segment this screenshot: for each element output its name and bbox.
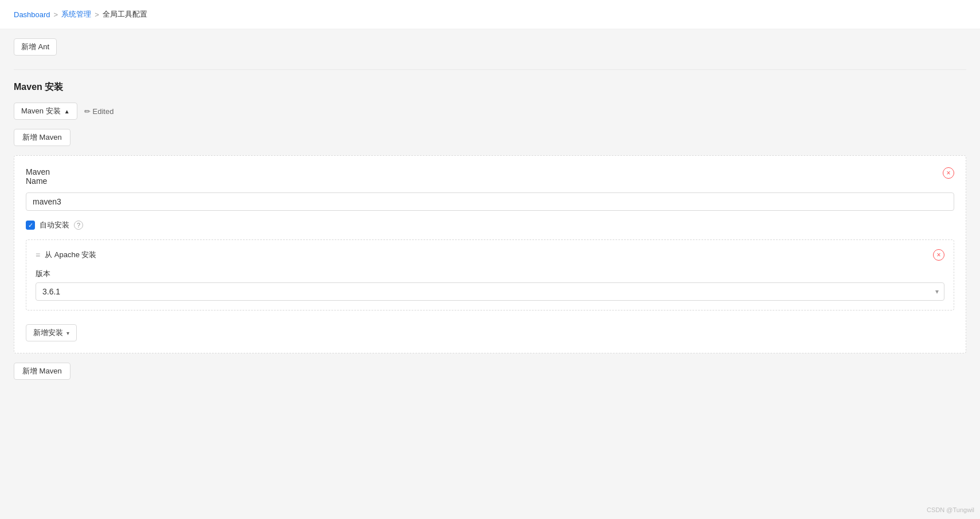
install-card-title: ≡ 从 Apache 安装: [36, 250, 97, 260]
watermark: CSDN @Tungwil: [927, 506, 974, 513]
edited-label: Edited: [93, 107, 114, 116]
content-area: 新增 Ant Maven 安装 Maven 安装 ▲ ✏ Edited 新增 M…: [0, 29, 980, 519]
drag-handle-icon[interactable]: ≡: [36, 250, 40, 260]
pencil-icon: ✏: [84, 107, 91, 116]
edited-badge: ✏ Edited: [84, 107, 114, 116]
page-container: Dashboard > 系统管理 > 全局工具配置 新增 Ant Maven 安…: [0, 0, 980, 519]
breadcrumb: Dashboard > 系统管理 > 全局工具配置: [0, 0, 980, 29]
add-ant-button[interactable]: 新增 Ant: [14, 38, 57, 56]
help-icon[interactable]: ?: [74, 221, 83, 230]
install-card-title-text: 从 Apache 安装: [45, 250, 96, 260]
breadcrumb-global-tools: 全局工具配置: [103, 9, 147, 19]
add-install-button[interactable]: 新增安装 ▾: [26, 324, 77, 341]
maven-card-close-button[interactable]: ×: [943, 167, 954, 179]
version-select[interactable]: 3.6.1 3.6.0 3.5.4 3.5.3 3.3.9: [36, 282, 944, 301]
auto-install-row: 自动安装 ?: [26, 220, 954, 230]
breadcrumb-system-mgmt[interactable]: 系统管理: [61, 9, 91, 19]
version-select-wrapper: 3.6.1 3.6.0 3.5.4 3.5.3 3.3.9 ▾: [36, 282, 944, 301]
install-card-header: ≡ 从 Apache 安装 ×: [36, 249, 944, 261]
maven-section-header: Maven 安装 ▲ ✏ Edited: [14, 103, 966, 120]
add-install-dropdown-icon: ▾: [66, 330, 69, 336]
maven-card-title-line1: Maven: [26, 167, 50, 176]
add-maven-top-button[interactable]: 新增 Maven: [14, 129, 70, 146]
maven-name-input[interactable]: [26, 192, 954, 211]
auto-install-label: 自动安装: [40, 220, 69, 230]
install-card: ≡ 从 Apache 安装 × 版本 3.6.1 3.6.0 3.5.4 3.5…: [26, 239, 954, 310]
collapse-btn-label: Maven 安装: [21, 106, 61, 116]
install-card-close-button[interactable]: ×: [933, 249, 944, 261]
breadcrumb-dashboard[interactable]: Dashboard: [14, 10, 50, 19]
version-label: 版本: [36, 269, 944, 279]
maven-card-title: Maven Name: [26, 167, 50, 186]
maven-section: Maven 安装 Maven 安装 ▲ ✏ Edited 新增 Maven: [14, 81, 966, 394]
auto-install-checkbox[interactable]: [26, 221, 35, 230]
breadcrumb-sep-1: >: [54, 10, 58, 19]
maven-card-header: Maven Name ×: [26, 167, 954, 186]
maven-card-title-line2: Name: [26, 176, 50, 186]
breadcrumb-sep-2: >: [95, 10, 99, 19]
add-install-btn-label: 新增安装: [33, 328, 63, 338]
add-maven-bottom-button[interactable]: 新增 Maven: [14, 363, 70, 380]
maven-section-title: Maven 安装: [14, 81, 966, 93]
maven-card: Maven Name × 自动安装 ? ≡: [14, 155, 966, 353]
chevron-up-icon: ▲: [64, 108, 70, 115]
maven-collapse-button[interactable]: Maven 安装 ▲: [14, 103, 77, 120]
